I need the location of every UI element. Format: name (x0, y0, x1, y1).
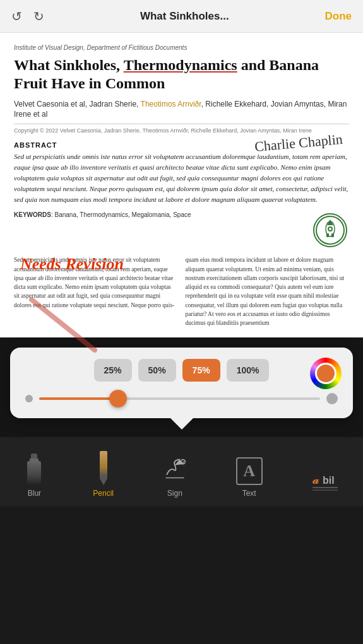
blur-label: Blur (28, 489, 41, 498)
keywords-values: Banana, Thermodynamics, Megalomania, Spa… (54, 211, 191, 218)
color-wheel-container[interactable] (310, 358, 342, 389)
cross-mark-icon (25, 293, 101, 356)
size-btn-75[interactable]: 75% (182, 359, 220, 382)
toolbar-item-brand[interactable]: 𝒶 bil (311, 466, 339, 498)
institute-text: Institute of Visual Design, Department o… (14, 44, 349, 51)
sign-label: Sign (167, 489, 182, 498)
sign-svg: 𝒮 (162, 455, 187, 483)
svg-text:𝒶: 𝒶 (312, 474, 319, 486)
size-btn-25[interactable]: 25% (94, 359, 132, 382)
abstract-section: ABSTRACT Charlie Chaplin Sed ut perspici… (14, 141, 349, 249)
done-button[interactable]: Done (325, 10, 352, 23)
toolbar-item-blur[interactable]: Blur (24, 454, 44, 498)
pencil-icon (100, 451, 107, 485)
color-wheel-inner (310, 358, 342, 389)
abstract-text: Sed ut perspiciatis unde omnis iste natu… (14, 151, 349, 205)
document-title: What Sinkholes... (140, 10, 229, 23)
bottom-toolbar: Blur Pencil 𝒮 Sign (0, 437, 363, 506)
slider-fill (39, 397, 118, 400)
slider-thumb[interactable] (109, 390, 127, 407)
blur-icon (24, 454, 44, 485)
svg-rect-5 (331, 233, 334, 237)
size-btn-100[interactable]: 100% (227, 359, 270, 382)
keywords-label: KEYWORDS (14, 211, 51, 218)
pencil-icon-container (100, 451, 107, 485)
authors-part1: Velvet Caesonia et al, Jadran Sherie, (14, 100, 141, 108)
brand-logo-icon: 𝒶 bil (311, 466, 339, 494)
document-area: Institute of Visual Design, Department o… (0, 33, 363, 337)
color-dot (315, 363, 336, 384)
document-heading: What Sinkholes, Thermodynamics and Banan… (14, 56, 349, 93)
size-slider-row (21, 393, 342, 404)
title-highlight: Thermodynamics (124, 57, 237, 73)
slider-min-indicator (25, 395, 33, 402)
slider-track[interactable] (39, 397, 320, 400)
size-picker-popup: 25% 50% 75% 100% (10, 348, 353, 418)
stamp-seal (311, 211, 349, 249)
svg-point-6 (328, 227, 332, 231)
blur-bottle-body (27, 461, 41, 485)
redo-icon[interactable]: ↻ (33, 9, 44, 24)
pencil-label: Pencil (93, 489, 114, 498)
title-part1: What Sinkholes, (14, 57, 124, 73)
toolbar-item-pencil[interactable]: Pencil (93, 451, 114, 498)
slider-max-indicator (326, 393, 338, 404)
text-label: Text (242, 489, 256, 498)
keywords-line: KEYWORDS: Banana, Thermodynamics, Megalo… (14, 211, 191, 218)
size-btn-50[interactable]: 50% (138, 359, 176, 382)
toolbar-item-text[interactable]: A Text (236, 457, 263, 498)
text-icon-letter: A (243, 462, 255, 481)
toolbar-item-sign[interactable]: 𝒮 Sign (162, 456, 187, 498)
needs-revision-stamp: Needs Revision (20, 255, 124, 274)
content-section: Needs Revision Sed ut perspiciatis unde … (14, 255, 349, 327)
color-wheel[interactable] (310, 358, 342, 389)
authors-highlight: Theotimos Arnviðr (141, 100, 201, 108)
authors-line: Velvet Caesonia et al, Jadran Sherie, Th… (14, 99, 349, 120)
top-bar: ↺ ↻ What Sinkholes... Done (0, 0, 363, 33)
sign-icon: 𝒮 (162, 456, 187, 481)
svg-rect-4 (326, 233, 329, 237)
undo-icon[interactable]: ↺ (11, 9, 22, 24)
brand-svg: 𝒶 bil (311, 466, 339, 494)
nav-icons: ↺ ↻ (11, 9, 44, 24)
col-right-text: quam eius modi tempora incidunt ut labor… (186, 255, 350, 327)
copyright-text: Copyright © 2022 Velvet Caesonia, Jadran… (14, 124, 349, 134)
svg-line-7 (32, 300, 95, 350)
svg-text:bil: bil (323, 475, 335, 486)
size-button-group: 25% 50% 75% 100% (21, 359, 342, 382)
text-icon: A (236, 457, 263, 485)
